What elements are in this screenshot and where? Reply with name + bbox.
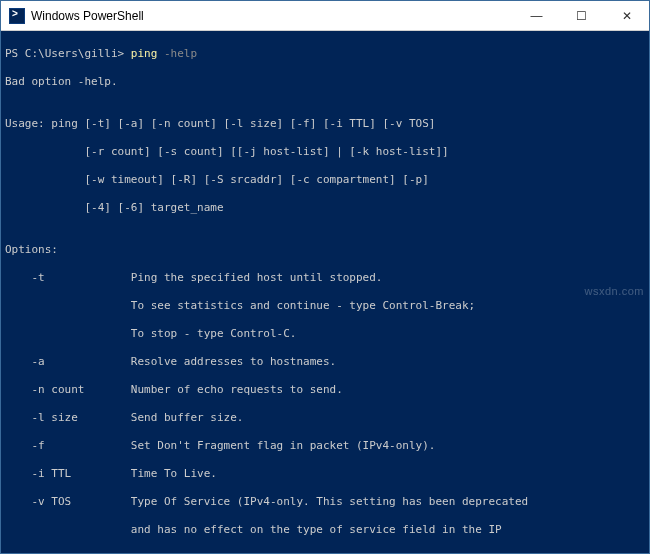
command-name: ping	[131, 47, 164, 60]
output-line: [-4] [-6] target_name	[5, 201, 645, 215]
output-line: -f Set Don't Fragment flag in packet (IP…	[5, 439, 645, 453]
output-line: Usage: ping [-t] [-a] [-n count] [-l siz…	[5, 117, 645, 131]
window-controls: — ☐ ✕	[514, 1, 649, 30]
titlebar[interactable]: Windows PowerShell — ☐ ✕	[1, 1, 649, 31]
output-line: and has no effect on the type of service…	[5, 523, 645, 537]
output-line: -t Ping the specified host until stopped…	[5, 271, 645, 285]
close-button[interactable]: ✕	[604, 1, 649, 30]
output-line: -n count Number of echo requests to send…	[5, 383, 645, 397]
output-line: Bad option -help.	[5, 75, 645, 89]
maximize-button[interactable]: ☐	[559, 1, 604, 30]
output-line: -l size Send buffer size.	[5, 411, 645, 425]
powershell-window: Windows PowerShell — ☐ ✕ PS C:\Users\gil…	[0, 0, 650, 554]
powershell-icon	[9, 8, 25, 24]
output-line: Options:	[5, 243, 645, 257]
window-title: Windows PowerShell	[31, 9, 514, 23]
terminal-content[interactable]: PS C:\Users\gilli> ping -help Bad option…	[1, 31, 649, 553]
output-line: -a Resolve addresses to hostnames.	[5, 355, 645, 369]
prompt-line-1: PS C:\Users\gilli> ping -help	[5, 47, 645, 61]
output-line: Header).	[5, 551, 645, 553]
minimize-button[interactable]: —	[514, 1, 559, 30]
output-line: To see statistics and continue - type Co…	[5, 299, 645, 313]
output-line: [-r count] [-s count] [[-j host-list] | …	[5, 145, 645, 159]
command-arg: -help	[164, 47, 197, 60]
output-line: [-w timeout] [-R] [-S srcaddr] [-c compa…	[5, 173, 645, 187]
output-line: -i TTL Time To Live.	[5, 467, 645, 481]
prompt-text: PS C:\Users\gilli>	[5, 47, 131, 60]
output-line: To stop - type Control-C.	[5, 327, 645, 341]
output-line: -v TOS Type Of Service (IPv4-only. This …	[5, 495, 645, 509]
